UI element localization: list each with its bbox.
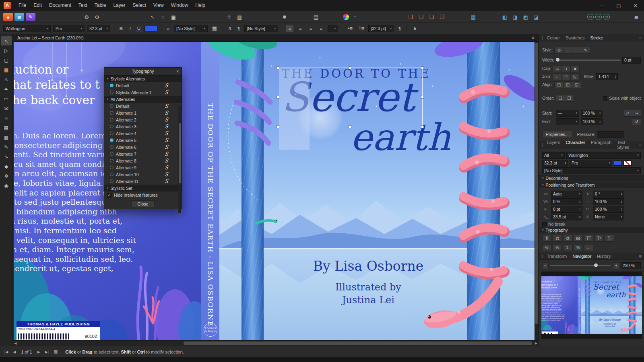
navigator-thumbnail[interactable]: duction orthat relates to tthe back cove… <box>541 276 642 334</box>
baseline-select[interactable]: Auto ▾ <box>551 191 582 197</box>
panel-tab[interactable]: Text Styles <box>614 140 639 150</box>
zoom-value-field[interactable]: 230 % <box>621 262 641 269</box>
menu-item[interactable]: Table <box>91 0 110 11</box>
pointer-icon[interactable]: ↖ <box>148 13 157 21</box>
document-tab[interactable]: Justina Lei – Secret Earth (230.0%) <box>13 35 88 40</box>
scroll-left-icon[interactable]: ◀ <box>14 341 17 346</box>
publisher-persona-icon[interactable]: ▲ <box>3 13 13 21</box>
stroke-align-button[interactable]: ◫ <box>563 81 572 88</box>
alternate-option[interactable]: Alternate 9 S <box>104 164 182 171</box>
menu-item[interactable]: View <box>150 0 167 11</box>
start-arrow-select[interactable]: — ▾ <box>556 110 579 117</box>
tool-rectangle[interactable]: ▭ <box>1 94 12 103</box>
stroke-width-slider[interactable] <box>556 60 621 61</box>
arrange-up-icon[interactable]: ❒ <box>417 13 425 21</box>
sync-one-icon[interactable]: ↻ <box>587 14 594 20</box>
typography-feature-button[interactable]: ⅓ <box>553 244 562 251</box>
end-arrow-select[interactable]: — ▾ <box>556 118 579 125</box>
panel-scrollbar[interactable] <box>178 106 181 213</box>
decorations-section[interactable]: ▾ Decorations <box>539 175 644 181</box>
sync-two-icon[interactable]: ↻ <box>595 14 602 20</box>
alternate-option[interactable]: Alternate 11 S <box>104 178 182 185</box>
paragraph-style-select[interactable]: [No Style] ▾ <box>244 25 278 32</box>
tool-move[interactable]: ↖ <box>1 36 12 45</box>
more-alignment-select[interactable]: ▾ <box>328 25 338 32</box>
typography-feature-button[interactable]: st <box>553 235 562 242</box>
previous-page-button[interactable]: ◀ <box>12 350 17 354</box>
typography-feature-button[interactable]: fi <box>542 235 551 242</box>
reverse-arrows-button[interactable]: ↺ <box>632 118 641 125</box>
join-button[interactable]: ◺ <box>570 73 580 80</box>
stroke-width-field[interactable]: 0 pt <box>622 57 641 64</box>
align-justify-button[interactable]: ≡ <box>317 25 325 32</box>
tool-artistic-text[interactable]: A <box>1 75 12 84</box>
menu-item[interactable]: Help <box>192 0 209 11</box>
navigator-thumbnail-area[interactable]: duction orthat relates to tthe back cove… <box>541 272 642 339</box>
tool-picture-frame[interactable]: ▦ <box>1 65 12 74</box>
arrange-back-icon[interactable]: ❐ <box>438 13 446 21</box>
alternate-option[interactable]: Alternate 2 S <box>104 116 182 123</box>
vertical-scrollbar[interactable] <box>535 42 539 340</box>
shear-field[interactable]: 0 ° ▴▾ <box>593 191 624 197</box>
character-weight-select[interactable]: Pro ▾ <box>570 160 612 167</box>
zoom-slider[interactable] <box>550 265 611 266</box>
panel-tab[interactable]: Swatches <box>563 35 588 40</box>
stylistic-alternates-section[interactable]: ▾ Stylistic Alternates <box>104 75 182 82</box>
flip-horizontal-icon[interactable]: ◧ <box>500 13 509 21</box>
zoom-in-button[interactable]: + <box>613 262 619 269</box>
canvas[interactable]: duction orthat relates to tthe back cove… <box>13 42 539 340</box>
menu-item[interactable]: Window <box>167 0 192 11</box>
panel-tab[interactable]: Transform <box>544 254 570 259</box>
bold-button[interactable]: B <box>118 26 124 31</box>
alternate-option[interactable]: Alternate 8 S <box>104 157 182 164</box>
stylistic-set-section[interactable]: ▾ Stylistic Set <box>104 185 182 191</box>
numbered-list-icon[interactable]: 1≡ <box>357 25 366 33</box>
horizontal-scrollbar[interactable]: ◀ ▶ <box>13 340 539 346</box>
menu-item[interactable]: File <box>15 0 30 11</box>
typography-feature-button[interactable]: 1. <box>563 244 572 251</box>
menu-item[interactable]: Text <box>75 0 91 11</box>
panel-tab[interactable]: Character <box>563 140 588 150</box>
no-break-checkbox[interactable] <box>542 222 547 226</box>
italic-button[interactable]: I <box>127 26 133 31</box>
tool-pen[interactable]: ✒ <box>1 84 12 94</box>
tool-ellipse[interactable]: ○ <box>1 113 12 123</box>
alternate-option[interactable]: Alternate 3 S <box>104 123 182 130</box>
spacing-select[interactable]: None ▾ <box>593 214 624 220</box>
character-size-field[interactable]: 32.3 pt ▴▾ <box>542 160 568 167</box>
alternate-option[interactable]: Alternate 6 S <box>104 144 182 150</box>
panel-tab[interactable]: Paragraph <box>588 140 614 150</box>
panel-tab[interactable]: Navigator <box>570 254 594 259</box>
tool-zoom[interactable]: ◉ <box>1 181 12 190</box>
alternate-option[interactable]: Alternate 5 S <box>104 137 182 144</box>
snap-grid-icon[interactable]: ▣ <box>169 13 178 21</box>
close-button[interactable]: Close <box>131 200 155 207</box>
maximize-button[interactable]: ▢ <box>610 0 627 11</box>
all-alternates-section[interactable]: ▾ All Alternates <box>104 96 182 103</box>
last-page-button[interactable]: ▶| <box>44 350 50 354</box>
typography-feature-button[interactable]: ae <box>574 235 583 242</box>
tool-envelope[interactable]: ✉ <box>1 104 12 113</box>
wheel-caret-icon[interactable]: ▾ <box>351 13 359 21</box>
snap-circle-icon[interactable]: ○ <box>159 13 167 21</box>
tool-fill[interactable]: ◆ <box>1 162 12 171</box>
minimize-button[interactable]: – <box>593 0 610 11</box>
arrange-down-icon[interactable]: ❏ <box>427 13 436 21</box>
tracking-field[interactable]: 0 % ▴▾ <box>551 198 582 205</box>
menu-item[interactable]: Edit <box>30 0 45 11</box>
align-left-button[interactable]: ≡ <box>286 25 294 32</box>
brush-icon[interactable]: ✹ <box>280 13 289 21</box>
first-page-button[interactable]: |◀ <box>3 350 9 354</box>
bullet-list-icon[interactable]: •≡ <box>346 25 355 33</box>
character-font-select[interactable]: Wallington ▾ <box>566 152 641 159</box>
join-button[interactable]: ∟ <box>553 73 562 80</box>
font-style-select[interactable]: Pro ▾ <box>53 25 85 32</box>
tool-node[interactable]: ▷ <box>1 46 12 55</box>
menu-item[interactable]: Layer <box>109 0 129 11</box>
panel-tab[interactable]: Layers <box>544 140 563 150</box>
cap-button[interactable]: ◖ <box>561 65 571 72</box>
text-colour-swatch[interactable] <box>144 26 157 31</box>
zoom-out-button[interactable]: − <box>542 262 549 269</box>
typography-section[interactable]: ▾ Typography <box>539 227 644 233</box>
tool-vector-brush[interactable]: ∿ <box>1 152 12 161</box>
